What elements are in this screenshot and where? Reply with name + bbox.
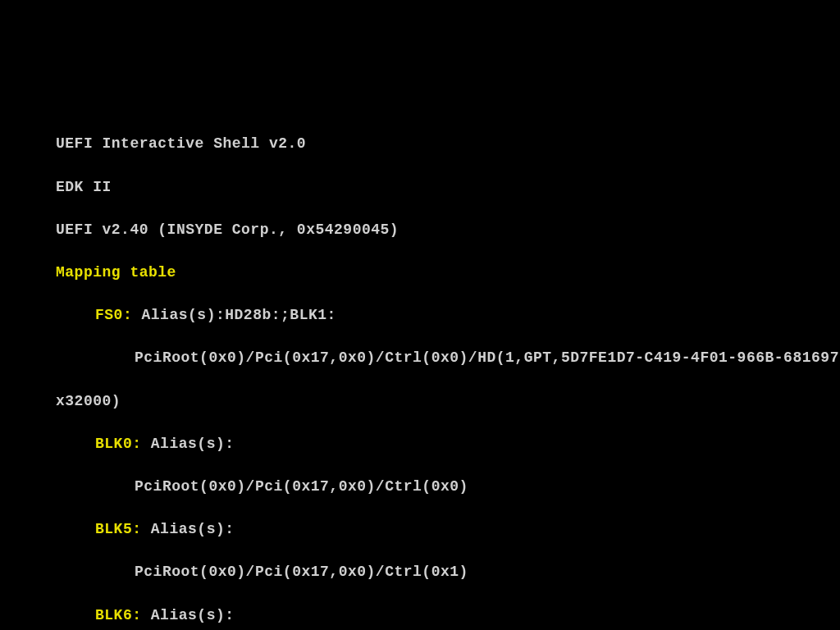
device-name: BLK0: — [95, 436, 142, 452]
device-path: PciRoot(0x0)/Pci(0x17,0x0)/Ctrl(0x1) — [56, 561, 840, 582]
device-path: PciRoot(0x0)/Pci(0x17,0x0)/Ctrl(0x0)/HD(… — [56, 347, 840, 368]
device-path: PciRoot(0x0)/Pci(0x17,0x0)/Ctrl(0x0) — [56, 476, 840, 497]
device-alias: Alias(s): — [142, 607, 235, 623]
device-path-cont: x32000) — [56, 390, 840, 412]
map-entry-blk0: BLK0: Alias(s): — [56, 433, 840, 454]
edk-line: EDK II — [56, 176, 840, 198]
device-name: BLK6: — [95, 607, 142, 623]
uefi-version: UEFI v2.40 (INSYDE Corp., 0x54290045) — [56, 219, 840, 240]
mapping-table-label: Mapping table — [56, 262, 840, 283]
device-alias: Alias(s): — [142, 436, 235, 452]
map-entry-fs0: FS0: Alias(s):HD28b:;BLK1: — [56, 304, 840, 326]
device-name: BLK5: — [95, 521, 142, 537]
shell-title: UEFI Interactive Shell v2.0 — [56, 133, 840, 154]
terminal-output: UEFI Interactive Shell v2.0 EDK II UEFI … — [56, 112, 840, 630]
device-alias: Alias(s):HD28b:;BLK1: — [132, 307, 336, 323]
device-name: FS0: — [95, 307, 132, 323]
map-entry-blk5: BLK5: Alias(s): — [56, 518, 840, 540]
map-entry-blk6: BLK6: Alias(s): — [56, 605, 840, 626]
device-alias: Alias(s): — [142, 521, 235, 537]
